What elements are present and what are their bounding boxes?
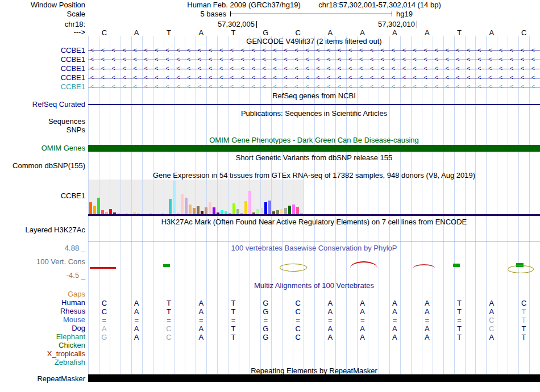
strand-arrow: < <box>370 56 373 63</box>
track-label-common-dbsnp[interactable]: Common dbSNP(155) <box>0 162 85 170</box>
strand-arrow: < <box>467 65 471 72</box>
gtex-expression-bar <box>181 194 184 215</box>
strand-arrow: < <box>252 65 255 72</box>
multiz-species-label-rhesus[interactable]: Rhesus <box>0 307 85 315</box>
multiz-base: T <box>443 307 476 316</box>
track-label-h3k27ac[interactable]: Layered H3K27Ac <box>0 226 85 234</box>
multiz-base: A <box>121 333 153 341</box>
strand-arrow: < <box>263 84 266 90</box>
strand-arrow: < <box>187 56 190 63</box>
strand-arrow: < <box>381 74 384 81</box>
multiz-base: = <box>185 316 217 324</box>
omim-track-title: OMIM Gene Phenotypes - Dark Green Can Be… <box>88 136 540 144</box>
strand-arrow: < <box>295 74 298 81</box>
multiz-base: = <box>250 316 282 324</box>
multiz-base: A <box>379 307 411 316</box>
strand-arrow: < <box>435 84 438 90</box>
multiz-base: A <box>379 299 411 307</box>
strand-arrow: < <box>306 56 309 63</box>
strand-arrow: < <box>112 56 115 63</box>
strand-arrow: < <box>446 56 449 63</box>
genome-browser: Window Position Scale chr18: ---> RefSeq… <box>0 0 540 392</box>
gene-label-ccbe1-1[interactable]: CCBE1 <box>0 47 85 55</box>
strand-arrow: < <box>198 56 201 63</box>
strand-arrow: < <box>424 74 427 81</box>
multiz-species-label-chicken[interactable]: Chicken <box>0 341 85 349</box>
assembly-short-label: hg19 <box>396 10 413 18</box>
multiz-base: T <box>443 299 476 307</box>
ruler-base: C <box>282 28 314 37</box>
gene-model-row[interactable]: <<<<<<<<<<<<<<<<<<<<<<<<<<<<<<<<<<<<<<<<… <box>88 56 540 64</box>
track-label-snps[interactable]: SNPs <box>0 126 85 134</box>
multiz-base: A <box>411 307 443 316</box>
gene-model-row[interactable]: <<<<<<<<<<<<<<<<<<<<<<<<<<<<<<<<<<<<<<<<… <box>88 65 540 73</box>
strand-arrow: < <box>155 47 159 54</box>
strand-arrow: < <box>155 65 159 72</box>
strand-arrow: < <box>531 47 535 54</box>
strand-arrow: < <box>263 74 266 81</box>
strand-arrow: < <box>488 74 492 81</box>
multiz-base: T <box>153 299 185 307</box>
strand-arrow: < <box>424 65 427 72</box>
gtex-bar-chart[interactable] <box>89 180 305 215</box>
gene-label-ccbe1-2[interactable]: CCBE1 <box>0 56 85 64</box>
strand-arrow: < <box>198 74 201 81</box>
track-label-gtex-gene[interactable]: CCBE1 <box>0 192 85 200</box>
strand-arrow: < <box>166 47 169 54</box>
ruler-base: T <box>153 28 185 37</box>
strand-arrow: < <box>413 65 417 72</box>
multiz-species-label-dog[interactable]: Dog <box>0 324 85 332</box>
gene-model-row[interactable]: <<<<<<<<<<<<<<<<<<<<<<<<<<<<<<<<<<<<<<<<… <box>88 74 540 82</box>
multiz-species-label-gaps[interactable]: Gaps <box>0 290 85 298</box>
strand-arrow: < <box>446 74 449 81</box>
gene-label-ccbe1-3[interactable]: CCBE1 <box>0 65 85 73</box>
strand-arrow: < <box>241 47 244 54</box>
multiz-base: A <box>346 299 379 307</box>
multiz-base: = <box>282 316 314 324</box>
phylop-max-value: 4.88 _ <box>0 244 85 252</box>
strand-arrow: < <box>134 84 137 90</box>
multiz-species-label-human[interactable]: Human <box>0 299 85 307</box>
strand-arrow: < <box>209 47 212 54</box>
gtex-expression-bar <box>93 206 96 215</box>
strand-arrow: < <box>219 56 223 63</box>
omim-gene-bar[interactable] <box>88 145 540 152</box>
strand-arrow: < <box>317 74 320 81</box>
strand-arrow: < <box>370 84 373 90</box>
gene-model-row[interactable]: <<<<<<<<<<<<<<<<<<<<<<<<<<<<<<<<<<<<<<<<… <box>88 47 540 55</box>
strand-arrow: < <box>101 74 105 81</box>
gene-label-ccbe1-4[interactable]: CCBE1 <box>0 74 85 82</box>
track-label-refseq-curated[interactable]: RefSeq Curated <box>0 101 85 109</box>
multiz-base: A <box>121 299 153 307</box>
gtex-expression-bar <box>185 198 188 215</box>
multiz-species-label-mouse[interactable]: Mouse <box>0 316 85 324</box>
multiz-species-label-elephant[interactable]: Elephant <box>0 333 85 341</box>
multiz-base: = <box>217 316 250 324</box>
multiz-species-label-x_tropicalis[interactable]: X_tropicalis <box>0 350 85 358</box>
strand-arrow: < <box>209 74 212 81</box>
strand-arrow: < <box>241 56 244 63</box>
strand-arrow: < <box>359 47 363 54</box>
track-label-100-vert-cons[interactable]: 100 Vert. Cons <box>0 258 85 266</box>
refseq-gene-line[interactable] <box>88 104 540 105</box>
strand-arrow: < <box>284 47 288 54</box>
strand-arrow: < <box>477 84 481 90</box>
multiz-species-label-zebrafish[interactable]: Zebrafish <box>0 358 85 366</box>
strand-arrow: < <box>166 65 169 72</box>
multiz-base: C <box>475 324 508 333</box>
strand-arrow: < <box>392 47 395 54</box>
track-label-sequences[interactable]: Sequences <box>0 118 85 126</box>
gene-model-row[interactable]: <<<<<<<<<<<<<<<<<<<<<<<<<<<<<<<<<<<<<<<<… <box>88 83 540 91</box>
strand-arrow: < <box>467 74 471 81</box>
multiz-base: G <box>88 333 121 341</box>
strand-arrow: < <box>521 65 524 72</box>
repeatmasker-bar[interactable] <box>88 374 540 382</box>
strand-arrow: < <box>284 84 288 90</box>
strand-arrow: < <box>176 65 180 72</box>
track-label-repeatmasker[interactable]: RepeatMasker <box>0 375 85 383</box>
track-label-omim-genes[interactable]: OMIM Genes <box>0 144 85 152</box>
coordinate-label-left: 57,302,005 <box>213 20 255 28</box>
strand-arrow: < <box>531 56 535 63</box>
publications-track-title: Publications: Sequences in Scientific Ar… <box>88 110 540 118</box>
gene-label-ccbe1-5[interactable]: CCBE1 <box>0 83 85 91</box>
